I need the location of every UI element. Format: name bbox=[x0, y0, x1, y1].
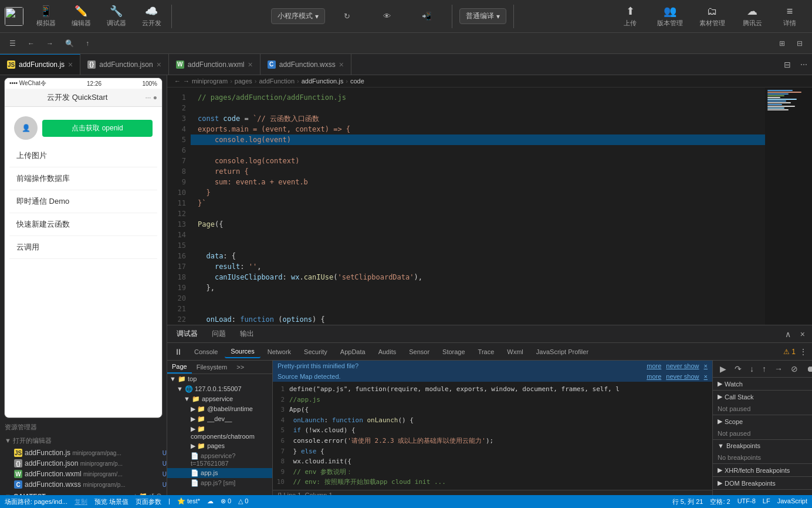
open-editors-header[interactable]: ▼ 打开的编辑器 bbox=[0, 434, 167, 448]
step-btn[interactable]: → bbox=[772, 363, 785, 375]
pretty-close[interactable]: × bbox=[704, 362, 708, 369]
devtools-tab-storage[interactable]: Storage bbox=[437, 346, 471, 358]
toolbar-editor[interactable]: ✏️ 编辑器 bbox=[63, 2, 99, 30]
debug-tab-issues[interactable]: 问题 bbox=[207, 328, 231, 340]
filesystem-tab[interactable]: Filesystem bbox=[192, 361, 232, 374]
open-file-2[interactable]: W addFunction.wxml miniprogram/... U bbox=[0, 469, 167, 479]
deactivate-btn[interactable]: ⊘ bbox=[789, 363, 800, 375]
code-content[interactable]: // pages/addFunction/addFunction.js cons… bbox=[191, 88, 765, 325]
upload-file-btn[interactable]: ↑ bbox=[81, 37, 94, 50]
split-editor-btn[interactable]: ⊞ bbox=[774, 37, 790, 50]
devtools-tab-security[interactable]: Security bbox=[298, 346, 333, 358]
material-mgr-btn[interactable]: 🗂 素材管理 bbox=[692, 3, 732, 30]
preview-btn[interactable]: 👁 bbox=[370, 9, 405, 23]
phone-avatar: 👤 bbox=[14, 116, 38, 140]
tab-addFunction-wxml[interactable]: W addFunction.wxml × bbox=[169, 54, 260, 75]
step-over-btn[interactable]: ↷ bbox=[732, 363, 744, 375]
language-selector[interactable]: JavaScript bbox=[777, 497, 807, 506]
tab-addFunction-js[interactable]: JS addFunction.js × bbox=[0, 54, 80, 75]
devtools-tab-sensor[interactable]: Sensor bbox=[403, 346, 435, 358]
components-chatroom-node[interactable]: ▶ 📁 components/chatroom bbox=[167, 424, 272, 441]
more-options-btn[interactable]: ⋯ bbox=[796, 54, 812, 75]
devtools-tab-audits[interactable]: Audits bbox=[373, 346, 402, 358]
tab-close-1[interactable]: × bbox=[157, 60, 161, 69]
tab-close-3[interactable]: × bbox=[339, 60, 344, 69]
devtools-tab-sources[interactable]: Sources bbox=[225, 345, 260, 358]
devtools-more[interactable]: ⋮ bbox=[797, 346, 810, 358]
page-tab[interactable]: Page bbox=[167, 361, 192, 374]
async-btn[interactable]: ⏺ bbox=[804, 363, 812, 375]
split-right-btn[interactable]: ⊟ bbox=[779, 54, 796, 75]
step-out-btn[interactable]: ↑ bbox=[760, 363, 769, 375]
compile-selector[interactable]: 普通编译 ▾ bbox=[459, 8, 506, 24]
close-panel-btn[interactable]: ∧ bbox=[783, 328, 793, 340]
openid-btn[interactable]: 点击获取 openid bbox=[42, 120, 153, 137]
phone-menu-cloudcall[interactable]: 云调用 bbox=[9, 236, 157, 259]
server-node[interactable]: ▼ 🌐 127.0.0.1:55007 bbox=[167, 384, 272, 394]
dev-node[interactable]: ▶ 📁 __dev__ bbox=[167, 414, 272, 424]
pause-btn[interactable]: ⏸ bbox=[172, 346, 185, 358]
devtools-tab-trace[interactable]: Trace bbox=[472, 346, 500, 358]
upload-btn[interactable]: ⬆ 上传 bbox=[613, 2, 648, 30]
watch-header[interactable]: ▶ Watch bbox=[713, 378, 812, 390]
resume-btn[interactable]: ▶ bbox=[718, 363, 729, 375]
pretty-more[interactable]: more bbox=[647, 362, 661, 369]
sourcemap-never[interactable]: never show bbox=[666, 373, 699, 380]
devtools-tab-profiler[interactable]: JavaScript Profiler bbox=[530, 346, 594, 358]
js-icon: JS bbox=[7, 60, 15, 69]
tab-addFunction-wxss[interactable]: C addFunction.wxss × bbox=[260, 54, 351, 75]
top-node[interactable]: ▼ 📁 top bbox=[167, 374, 272, 384]
back-btn[interactable]: ← bbox=[23, 37, 39, 50]
close-debug-btn[interactable]: × bbox=[798, 328, 807, 340]
version-mgr-btn[interactable]: 👥 版本管理 bbox=[650, 2, 690, 30]
tab-addFunction-json[interactable]: {} addFunction.json × bbox=[80, 54, 169, 75]
tab-close-0[interactable]: × bbox=[68, 60, 73, 69]
tab-close-2[interactable]: × bbox=[248, 60, 253, 69]
toolbar-debug[interactable]: 🔧 调试器 bbox=[99, 2, 134, 30]
open-file-0[interactable]: JS addFunction.js miniprogram/pag... U bbox=[0, 448, 167, 458]
phone-menu-database[interactable]: 前端操作数据库 bbox=[9, 167, 157, 190]
devtools-tab-network[interactable]: Network bbox=[262, 346, 297, 358]
appservice-node[interactable]: ▼ 📁 appservice bbox=[167, 394, 272, 404]
mode-selector[interactable]: 小程序模式 ▾ bbox=[271, 8, 325, 24]
tencent-cloud-btn[interactable]: ☁ 腾讯云 bbox=[735, 2, 770, 30]
babel-runtime-node[interactable]: ▶ 📁 @babel/runtime bbox=[167, 404, 272, 414]
refresh-btn[interactable]: ↻ bbox=[330, 9, 365, 23]
resource-manager-header[interactable]: 资源管理器 bbox=[0, 420, 167, 434]
search-btn[interactable]: 🔍 bbox=[60, 37, 79, 50]
forward-btn[interactable]: → bbox=[42, 37, 58, 50]
more-tab[interactable]: >> bbox=[232, 361, 249, 374]
toolbar-cloud[interactable]: ☁️ 云开发 bbox=[134, 2, 169, 30]
phone-menu-cloudfunc[interactable]: 快速新建云函数 bbox=[9, 213, 157, 236]
open-file-1[interactable]: {} addFunction.json miniprogram/p... U bbox=[0, 458, 167, 469]
app-service-node[interactable]: 📄 appservice?t=157621087 bbox=[167, 451, 272, 468]
step-into-btn[interactable]: ↓ bbox=[747, 363, 756, 375]
sourcemap-more[interactable]: more bbox=[647, 373, 661, 380]
devtools-tab-wxml[interactable]: Wxml bbox=[501, 346, 529, 358]
pretty-never[interactable]: never show bbox=[666, 362, 699, 369]
open-file-3[interactable]: C addFunction.wxss miniprogram/p... U bbox=[0, 479, 167, 490]
app-js-sm-node[interactable]: 📄 app.js? [sm] bbox=[167, 478, 272, 488]
toolbar-simulator[interactable]: 📱 模拟器 bbox=[28, 2, 63, 30]
copy-path-btn[interactable]: 复制 bbox=[75, 497, 87, 506]
collapse-btn[interactable]: ⊟ bbox=[792, 37, 807, 50]
project-header[interactable]: ▼ GAIATEST + 📁 ↺ ⚙ bbox=[0, 490, 167, 495]
phone-menu-upload[interactable]: 上传图片 bbox=[9, 144, 157, 167]
devtools-tab-appdata[interactable]: AppData bbox=[334, 346, 371, 358]
app-js-node[interactable]: 📄 app.js bbox=[167, 468, 272, 478]
phone-menu-im[interactable]: 即时通信 Demo bbox=[9, 190, 157, 213]
real-machine-btn[interactable]: 📲 bbox=[410, 9, 445, 23]
devtools-tab-console[interactable]: Console bbox=[188, 346, 224, 358]
debug-tab-output[interactable]: 输出 bbox=[235, 328, 259, 340]
sourcemap-close[interactable]: × bbox=[704, 373, 708, 380]
scope-header[interactable]: ▶ Scope bbox=[713, 415, 812, 428]
code-editor[interactable]: 12345 678910 1112131415 1617181920 21222… bbox=[167, 88, 812, 325]
dom-breakpoints-header[interactable]: ▶ DOM Breakpoints bbox=[713, 477, 812, 489]
breakpoints-header[interactable]: ▼ Breakpoints bbox=[713, 440, 812, 452]
xhr-breakpoints-header[interactable]: ▶ XHR/fetch Breakpoints bbox=[713, 464, 812, 476]
menu-btn[interactable]: ☰ bbox=[5, 37, 21, 50]
detail-btn[interactable]: ≡ 详情 bbox=[772, 3, 807, 30]
debug-tab-debugger[interactable]: 调试器 bbox=[172, 328, 202, 340]
call-stack-header[interactable]: ▶ Call Stack bbox=[713, 391, 812, 403]
pages-src-node[interactable]: ▶ 📁 pages bbox=[167, 441, 272, 451]
